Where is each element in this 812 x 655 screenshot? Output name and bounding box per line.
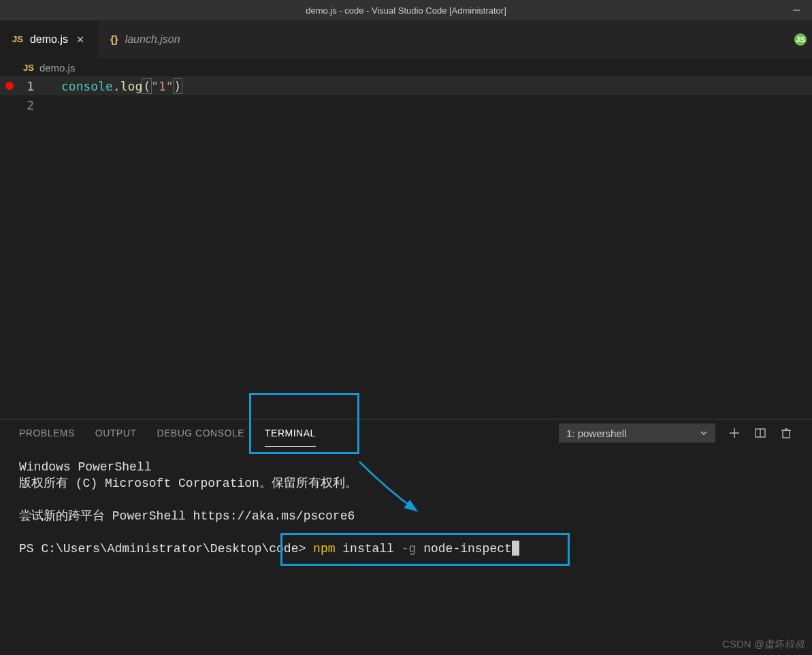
terminal-cmd-flag: -g [402, 542, 417, 556]
nodejs-icon[interactable]: JS [794, 33, 807, 46]
terminal-selector-label: 1: powershell [566, 428, 626, 439]
js-file-icon: JS [12, 34, 23, 44]
tab-launch-json[interactable]: {} launch.json [98, 20, 193, 59]
token-dot: . [113, 79, 120, 93]
panel-tabs: PROBLEMS OUTPUT DEBUG CONSOLE TERMINAL 1… [0, 419, 812, 447]
window-title: demo.js - code - Visual Studio Code [Adm… [306, 5, 506, 16]
panel-tab-terminal[interactable]: TERMINAL [265, 419, 316, 447]
terminal-cmd-install: install [342, 542, 394, 556]
terminal-line: 版权所有 (C) Microsoft Corporation。保留所有权利。 [19, 477, 357, 490]
close-icon[interactable] [75, 34, 86, 45]
svg-rect-7 [783, 430, 790, 438]
breadcrumb[interactable]: JS demo.js [0, 59, 812, 76]
breadcrumb-file: demo.js [39, 62, 76, 74]
window-minimize-button[interactable] [781, 0, 812, 20]
code-line-2[interactable]: 2 [0, 95, 812, 114]
new-terminal-button[interactable] [728, 426, 741, 440]
terminal-cmd-pkg: node-inspect [423, 542, 512, 556]
window-titlebar: demo.js - code - Visual Studio Code [Adm… [0, 0, 812, 20]
code-editor[interactable]: 1 console.log("1") 2 [0, 76, 812, 114]
terminal-cursor [512, 541, 519, 556]
code-line-1[interactable]: 1 console.log("1") [0, 76, 812, 95]
breakpoint-gutter[interactable] [0, 82, 19, 90]
terminal-line: 尝试新的跨平台 PowerShell https://aka.ms/pscore… [19, 509, 355, 523]
panel-controls: 1: powershell [559, 424, 793, 443]
terminal-prompt: PS C:\Users\Administrator\Desktop\code> [19, 542, 306, 556]
bottom-panel: PROBLEMS OUTPUT DEBUG CONSOLE TERMINAL 1… [0, 419, 812, 655]
tab-label: demo.js [30, 33, 68, 46]
chevron-down-icon [700, 428, 708, 439]
watermark: CSDN @虚坏叔叔 [722, 638, 805, 651]
terminal-selector[interactable]: 1: powershell [559, 424, 715, 443]
panel-tab-debug-console[interactable]: DEBUG CONSOLE [157, 419, 244, 447]
token-rparen: ) [173, 78, 183, 94]
kill-terminal-button[interactable] [779, 426, 793, 440]
panel-tab-problems[interactable]: PROBLEMS [19, 419, 75, 447]
breakpoint-dot-icon[interactable] [5, 82, 14, 90]
token-console: console [61, 79, 113, 93]
code-content[interactable]: console.log("1") [44, 78, 812, 94]
token-string: "1" [151, 79, 174, 93]
split-terminal-button[interactable] [753, 426, 767, 440]
line-number: 2 [19, 98, 44, 112]
js-file-icon: JS [23, 63, 34, 73]
terminal-line: Windows PowerShell [19, 460, 151, 474]
terminal-body[interactable]: Windows PowerShell 版权所有 (C) Microsoft Co… [0, 447, 812, 655]
tab-label: launch.json [125, 33, 180, 46]
window-controls [781, 0, 812, 20]
token-lparen: ( [142, 78, 152, 94]
tabs-actions: JS [794, 33, 812, 46]
json-file-icon: {} [110, 33, 118, 45]
terminal-cmd-npm: npm [313, 542, 335, 556]
token-log: log [120, 79, 143, 93]
editor-tabs: JS demo.js {} launch.json JS [0, 20, 812, 59]
panel-tab-output[interactable]: OUTPUT [95, 419, 137, 447]
line-number: 1 [19, 79, 44, 93]
tab-demo-js[interactable]: JS demo.js [0, 20, 98, 59]
